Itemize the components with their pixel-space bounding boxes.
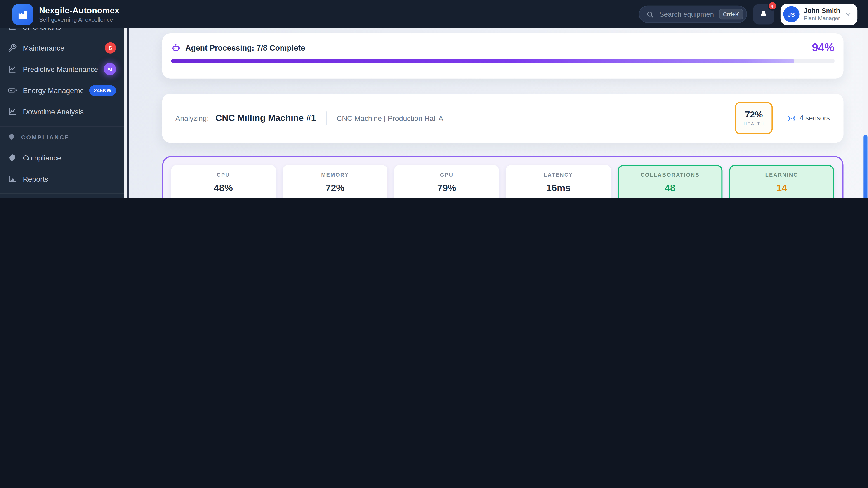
chevron-down-icon <box>844 11 852 18</box>
health-value: 72% <box>745 110 763 120</box>
metric-gpu: GPU 79% <box>394 165 499 198</box>
sidebar-item-downtime-analysis[interactable]: Downtime Analysis <box>0 101 124 122</box>
app-window: Nexgile-Autonomex Self-governing AI exce… <box>0 0 868 198</box>
sidebar-item-label: Maintenance <box>23 44 98 52</box>
shield-icon <box>8 133 16 141</box>
health-label: HEALTH <box>744 122 764 127</box>
sensors-label: 4 sensors <box>800 114 830 122</box>
top-bar: Nexgile-Autonomex Self-governing AI exce… <box>0 0 868 29</box>
ai-badge: AI <box>104 63 116 75</box>
notification-count-badge: 4 <box>767 1 777 11</box>
shortcut-keycap: Ctrl+K <box>719 9 743 20</box>
main-content: Agent Processing: 7/8 Complete 94% Analy… <box>128 29 868 198</box>
machine-name: CNC Milling Machine #1 <box>215 113 316 123</box>
seal-icon <box>8 153 17 162</box>
divider <box>326 111 327 125</box>
metric-collaborations: COLLABORATIONS 48 <box>618 165 722 198</box>
section-label: COMPLIANCE <box>21 133 70 140</box>
metric-label: CPU <box>179 172 268 178</box>
user-menu[interactable]: JS John Smith Plant Manager <box>780 4 857 25</box>
metric-value: 48 <box>627 183 714 194</box>
metric-value: 79% <box>402 183 491 194</box>
user-name: John Smith <box>804 7 840 15</box>
metric-value: 72% <box>290 183 380 194</box>
metric-memory: MEMORY 72% <box>283 165 388 198</box>
wrench-icon <box>8 43 17 52</box>
sidebar-item-label: Energy Management <box>23 86 83 94</box>
bar-chart-icon <box>8 174 17 183</box>
sidebar-item-label: Downtime Analysis <box>23 107 116 116</box>
metric-cpu: CPU 48% <box>171 165 276 198</box>
metric-label: LEARNING <box>738 172 826 178</box>
chart-icon <box>8 29 17 31</box>
sidebar-item-predictive-maintenance[interactable]: Predictive Maintenance AI <box>0 59 124 80</box>
processing-title: Agent Processing: 7/8 Complete <box>185 43 305 52</box>
health-badge: 72% HEALTH <box>735 102 773 134</box>
app-title: Nexgile-Autonomex <box>39 6 120 15</box>
processing-progress-bar <box>171 59 834 63</box>
search-input[interactable] <box>658 10 715 19</box>
window-scrollbar-thumb[interactable] <box>864 135 867 198</box>
sidebar-item-spc-charts[interactable]: SPC Charts <box>0 29 124 37</box>
metric-latency: LATENCY 16ms <box>506 165 611 198</box>
search-box[interactable]: Ctrl+K <box>639 6 747 23</box>
sidebar: SPC Charts Maintenance 5 Predictive Main… <box>0 29 124 198</box>
sidebar-item-label: Reports <box>23 175 116 183</box>
sidebar-divider <box>127 29 128 198</box>
brand: Nexgile-Autonomex Self-governing AI exce… <box>12 4 119 25</box>
notifications-button[interactable]: 4 <box>753 4 774 24</box>
sidebar-item-reports[interactable]: Reports <box>0 168 124 190</box>
processing-percent: 94% <box>812 41 834 54</box>
user-role: Plant Manager <box>804 15 840 21</box>
factory-logo-icon <box>12 4 33 25</box>
search-icon <box>646 10 654 18</box>
analyzing-label: Analyzing: <box>176 114 209 122</box>
metric-learning: LEARNING 14 <box>729 165 834 198</box>
robot-icon <box>171 43 180 53</box>
metric-value: 14 <box>738 183 826 194</box>
metrics-strip: CPU 48% MEMORY 72% GPU 79% LATENCY 16ms … <box>162 156 843 198</box>
sidebar-item-label: Compliance <box>23 153 116 162</box>
chart-line-icon <box>8 107 17 116</box>
sidebar-item-label: SPC Charts <box>23 29 116 31</box>
avatar: JS <box>783 6 799 22</box>
sidebar-section-compliance: COMPLIANCE <box>0 126 124 147</box>
agent-processing-card: Agent Processing: 7/8 Complete 94% <box>162 33 843 78</box>
analyzing-card: Analyzing: CNC Milling Machine #1 CNC Ma… <box>162 94 843 142</box>
kw-badge: 245KW <box>89 85 116 96</box>
sidebar-item-energy-management[interactable]: Energy Management 245KW <box>0 80 124 101</box>
bell-icon <box>759 9 768 19</box>
radio-icon <box>787 114 796 122</box>
app-subtitle: Self-governing AI excellence <box>39 16 120 23</box>
metric-label: LATENCY <box>514 172 603 178</box>
sidebar-scrollbar-track[interactable] <box>124 29 127 198</box>
sidebar-section-alerts: ALERTS <box>0 193 124 198</box>
machine-meta: CNC Machine | Production Hall A <box>337 114 443 122</box>
battery-icon <box>8 86 17 95</box>
metric-label: GPU <box>402 172 491 178</box>
sidebar-item-compliance[interactable]: Compliance <box>0 147 124 168</box>
metric-label: COLLABORATIONS <box>627 172 714 178</box>
sidebar-item-maintenance[interactable]: Maintenance 5 <box>0 37 124 59</box>
brand-text: Nexgile-Autonomex Self-governing AI exce… <box>39 6 120 23</box>
metric-value: 48% <box>179 183 268 194</box>
count-badge: 5 <box>105 42 116 53</box>
metric-value: 16ms <box>514 183 603 194</box>
metric-label: MEMORY <box>290 172 380 178</box>
sidebar-item-label: Predictive Maintenance <box>23 65 97 73</box>
sensors-indicator: 4 sensors <box>787 114 830 122</box>
chart-line-icon <box>8 65 17 73</box>
